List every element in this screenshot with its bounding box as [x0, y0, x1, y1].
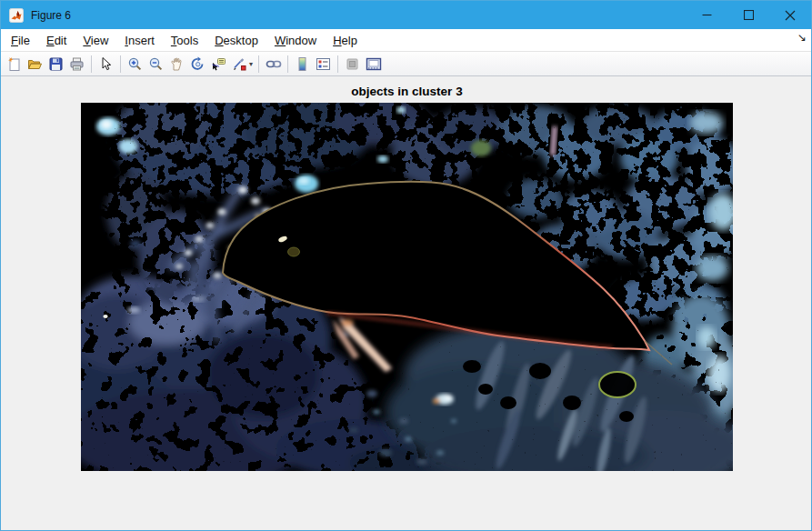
axes-title: objects in cluster 3 [81, 85, 733, 98]
window-controls [686, 1, 811, 29]
maximize-button[interactable] [727, 1, 769, 29]
close-button[interactable] [769, 1, 811, 29]
matlab-logo-icon[interactable] [9, 8, 24, 23]
new-figure-icon [6, 56, 22, 72]
figure-canvas: objects in cluster 3 [1, 76, 811, 530]
menu-insert[interactable]: Insert [116, 31, 163, 50]
olive-patch [288, 247, 300, 256]
zoom-out-button[interactable] [146, 55, 165, 74]
hide-plot-tools-icon [345, 56, 360, 72]
close-icon [785, 10, 796, 21]
zoom-out-icon [148, 56, 164, 72]
menu-desktop[interactable]: Desktop [206, 31, 266, 50]
menu-view[interactable]: View [75, 31, 116, 50]
cluster-image [81, 103, 733, 471]
printer-icon [69, 56, 85, 72]
show-plot-tools-dock-button[interactable] [364, 55, 383, 74]
menubar: File Edit View Insert Tools Desktop Wind… [1, 29, 811, 52]
link-chain-icon [266, 56, 282, 72]
toolbar-separator [120, 55, 121, 73]
hide-plot-tools-button[interactable] [343, 55, 362, 74]
data-cursor-icon [211, 56, 226, 72]
menu-edit[interactable]: Edit [38, 31, 75, 50]
maximize-icon [744, 10, 754, 20]
brush-dropdown-arrow[interactable]: ▾ [249, 60, 253, 68]
titlebar: Figure 6 [1, 1, 811, 29]
save-floppy-icon [48, 56, 64, 72]
minimize-button[interactable] [686, 1, 727, 29]
pan-hand-icon [169, 56, 185, 72]
legend-icon [316, 56, 331, 72]
print-figure-button[interactable] [67, 55, 86, 74]
insert-colorbar-button[interactable] [293, 55, 312, 74]
dock-figure-icon[interactable]: ↘ [797, 32, 807, 43]
save-figure-button[interactable] [46, 55, 65, 74]
toolbar-separator [337, 55, 338, 73]
rotate-3d-button[interactable] [188, 55, 207, 74]
data-cursor-button[interactable] [209, 55, 228, 74]
window-title: Figure 6 [31, 9, 71, 22]
menu-help[interactable]: Help [325, 31, 366, 50]
open-file-button[interactable] [25, 55, 45, 74]
show-plot-tools-icon [366, 56, 382, 72]
colorbar-icon [295, 56, 310, 72]
rotate-3d-icon [190, 56, 206, 72]
zoom-in-button[interactable] [125, 55, 145, 74]
minimize-icon [702, 10, 712, 20]
link-plot-button[interactable] [264, 55, 283, 74]
new-figure-button[interactable] [5, 55, 24, 74]
brush-data-button[interactable] [230, 55, 249, 74]
pan-button[interactable] [167, 55, 186, 74]
edit-plot-button[interactable] [96, 55, 115, 74]
arrow-pointer-icon [98, 56, 114, 72]
figure-toolbar: ▾ [1, 52, 811, 76]
toolbar-separator [287, 55, 288, 73]
insert-legend-button[interactable] [314, 55, 333, 74]
menu-tools[interactable]: Tools [163, 31, 206, 50]
menu-file[interactable]: File [3, 31, 38, 50]
figure-window: Figure 6 File Edit View Insert Tools Des… [0, 0, 812, 531]
rimmed-blob [599, 372, 636, 397]
brush-icon [232, 56, 247, 72]
zoom-in-icon [127, 56, 143, 72]
toolbar-separator [258, 55, 259, 73]
menu-window[interactable]: Window [266, 31, 325, 50]
toolbar-separator [91, 55, 92, 73]
open-folder-icon [27, 56, 43, 72]
